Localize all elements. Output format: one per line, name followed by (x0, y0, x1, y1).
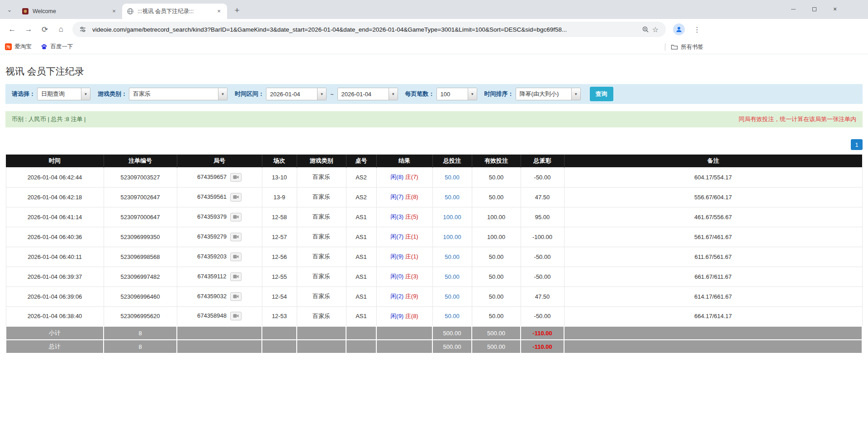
page-number-button[interactable]: 1 (851, 139, 863, 150)
cell-round: 674359032 (177, 286, 262, 306)
total-bet-link[interactable]: 100.00 (443, 234, 461, 240)
round-number: 674359203 (197, 253, 227, 259)
total-bet-link[interactable]: 50.00 (445, 273, 460, 280)
game-kind-value[interactable] (129, 88, 218, 100)
cell-remark: 604.17/554.17 (564, 167, 862, 187)
maximize-button[interactable] (804, 0, 825, 18)
table-row: 2026-01-04 06:40:36523096999350674359279… (6, 227, 862, 247)
browser-tab-betrecord[interactable]: :::视讯 会员下注纪录::: × (122, 4, 227, 19)
replay-video-button[interactable] (230, 312, 242, 320)
minimize-button[interactable] (783, 0, 804, 18)
page-size-value[interactable] (437, 88, 468, 100)
replay-video-button[interactable] (230, 233, 242, 241)
address-bar[interactable]: videoie.com/game/betrecord_search/kind3?… (72, 22, 666, 37)
bookmark-star-icon[interactable]: ☆ (650, 25, 660, 34)
replay-video-button[interactable] (230, 253, 242, 261)
result-banker: 庄(8) (405, 313, 418, 319)
new-tab-button[interactable]: + (231, 4, 243, 17)
replay-video-button[interactable] (230, 272, 242, 281)
profile-avatar[interactable] (673, 23, 685, 35)
game-kind-dropdown[interactable]: ▼ (129, 88, 228, 100)
cell-table-no: AS2 (346, 167, 376, 187)
subtotal-row: 小计 8 500.00 500.00 -110.00 (6, 326, 862, 340)
window-controls: × (783, 0, 845, 18)
subtotal-empty-remark (564, 326, 862, 340)
cell-session: 13-9 (262, 187, 297, 207)
total-bet-link[interactable]: 50.00 (445, 253, 460, 260)
browser-window: ⌄ Welcome × :::视讯 会员下注纪录::: × + × ← → ⟳ … (0, 0, 868, 54)
total-bet-link[interactable]: 50.00 (445, 293, 460, 300)
tab-bar: ⌄ Welcome × :::视讯 会员下注纪录::: × + × (0, 0, 868, 19)
cell-valid-bet: 50.00 (472, 286, 521, 306)
date-end-dropdown[interactable]: ▼ (337, 88, 398, 100)
chevron-down-icon[interactable]: ▼ (389, 88, 398, 100)
total-empty-round (177, 340, 262, 353)
cell-round: 674359112 (177, 267, 262, 286)
query-type-value[interactable] (38, 88, 81, 100)
browser-menu-icon[interactable]: ⋮ (691, 23, 703, 35)
total-bet-link[interactable]: 50.00 (445, 313, 460, 319)
time-sort-value[interactable] (516, 88, 571, 100)
tab-close-icon[interactable]: × (110, 8, 118, 15)
cell-session: 12-58 (262, 207, 297, 227)
page-size-dropdown[interactable]: ▼ (436, 88, 477, 100)
cell-remark: 611.67/561.67 (564, 247, 862, 267)
browser-tab-welcome[interactable]: Welcome × (17, 4, 122, 19)
replay-video-button[interactable] (230, 193, 242, 202)
result-banker: 庄(9) (405, 293, 418, 300)
total-bet-link[interactable]: 100.00 (443, 214, 461, 220)
cell-table-no: AS1 (346, 247, 376, 267)
date-start-dropdown[interactable]: ▼ (266, 88, 327, 100)
round-number: 674359561 (197, 193, 227, 200)
filter-bar: 请选择： ▼ 游戏类别： ▼ 时间区间： ▼ ~ ▼ 每页笔数： ▼ 时间排序：… (5, 84, 863, 104)
tab-search-button[interactable]: ⌄ (5, 5, 14, 15)
cell-bet-id: 523096995620 (104, 306, 177, 326)
result-player: 闲(9) (390, 253, 403, 260)
table-row: 2026-01-04 06:38:40523096995620674358948… (6, 306, 862, 326)
all-bookmarks-button[interactable]: 所有书签 (671, 43, 703, 51)
cell-game-kind: 百家乐 (297, 227, 346, 247)
chevron-down-icon[interactable]: ▼ (571, 88, 580, 100)
chevron-down-icon[interactable]: ▼ (81, 88, 90, 100)
refresh-button[interactable]: ⟳ (37, 22, 52, 37)
query-type-dropdown[interactable]: ▼ (37, 88, 90, 100)
round-number: 674359657 (197, 173, 227, 180)
cell-bet-id: 523097002647 (104, 187, 177, 207)
table-header-row: 时间注单编号局号场次游戏类别桌号结果总投注有效投注总派彩备注 (6, 155, 862, 167)
bookmark-baidu[interactable]: 百度一下 (41, 43, 73, 51)
back-button[interactable]: ← (5, 22, 20, 37)
select-type-label: 请选择： (12, 90, 35, 98)
column-header-session: 场次 (262, 155, 297, 167)
total-bet-link[interactable]: 50.00 (445, 174, 460, 181)
replay-video-button[interactable] (230, 173, 242, 182)
date-start-value[interactable] (266, 88, 317, 100)
cell-time: 2026-01-04 06:42:18 (6, 187, 104, 207)
result-player: 闲(9) (390, 313, 403, 319)
date-end-value[interactable] (338, 88, 389, 100)
tab-favicon-globe-icon (127, 8, 134, 15)
search-button[interactable]: 查询 (590, 87, 613, 101)
page-content: 视讯 会员下注纪录 请选择： ▼ 游戏类别： ▼ 时间区间： ▼ ~ ▼ 每页笔… (0, 65, 868, 354)
time-sort-dropdown[interactable]: ▼ (516, 88, 581, 100)
cell-valid-bet: 50.00 (472, 167, 521, 187)
table-row: 2026-01-04 06:41:14523097000647674359379… (6, 207, 862, 227)
replay-video-button[interactable] (230, 213, 242, 221)
forward-button[interactable]: → (21, 22, 36, 37)
bet-records-table: 时间注单编号局号场次游戏类别桌号结果总投注有效投注总派彩备注 2026-01-0… (5, 155, 863, 354)
chevron-down-icon[interactable]: ▼ (218, 88, 227, 100)
chevron-down-icon[interactable]: ▼ (468, 88, 477, 100)
total-bet-link[interactable]: 50.00 (445, 194, 460, 201)
zoom-icon[interactable] (640, 25, 650, 34)
home-button[interactable]: ⌂ (53, 22, 69, 37)
chevron-down-icon[interactable]: ▼ (317, 88, 326, 100)
table-row: 2026-01-04 06:39:37523096997482674359112… (6, 267, 862, 286)
close-button[interactable]: × (825, 0, 845, 18)
cell-time: 2026-01-04 06:40:36 (6, 227, 104, 247)
cell-remark: 461.67/556.67 (564, 207, 862, 227)
site-settings-icon[interactable] (78, 25, 88, 34)
bookmark-label: 百度一下 (51, 43, 73, 51)
cell-payout: 47.50 (521, 286, 564, 306)
bookmark-taobao[interactable]: 淘 爱淘宝 (5, 43, 32, 51)
replay-video-button[interactable] (230, 292, 242, 301)
tab-close-icon[interactable]: × (215, 8, 223, 15)
